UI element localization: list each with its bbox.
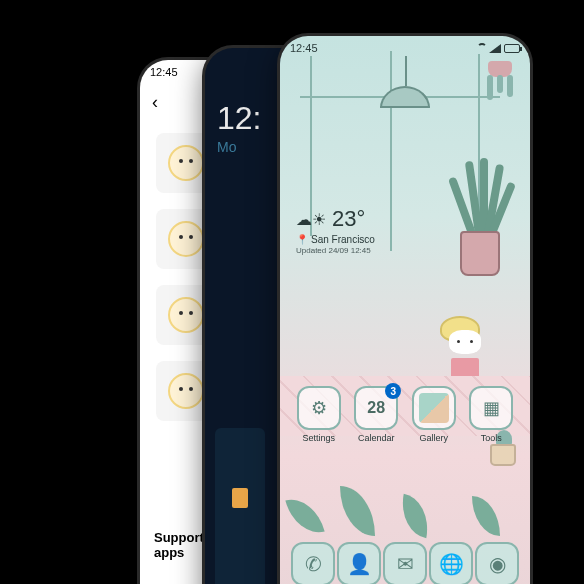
app-gallery[interactable]: Gallery [412, 386, 456, 443]
weather-widget[interactable]: ☁☀ 23° 📍 San Francisco Updated 24/09 12:… [296, 206, 375, 255]
wallpaper-greenhouse [280, 36, 530, 584]
dock-phone[interactable]: ✆ [291, 542, 335, 584]
app-label: Gallery [419, 433, 448, 443]
support-apps-label: Support apps [154, 530, 204, 560]
camera-icon: ◉ [489, 552, 506, 576]
globe-icon: 🌐 [439, 552, 464, 576]
lamp-illustration [380, 86, 430, 116]
wifi-icon [474, 43, 486, 53]
building-illustration [215, 428, 265, 584]
character-reading [440, 316, 490, 376]
signal-icon [489, 44, 501, 53]
hanging-plant [485, 61, 515, 101]
app-row: ⚙ Settings 28 3 Calendar Gallery ▦ Tools [280, 386, 530, 443]
status-icons [474, 43, 520, 53]
notification-badge: 3 [385, 383, 401, 399]
phone-icon: ✆ [305, 552, 322, 576]
status-time: 12:45 [150, 66, 178, 78]
app-tools[interactable]: ▦ Tools [469, 386, 513, 443]
app-settings[interactable]: ⚙ Settings [297, 386, 341, 443]
status-bar: 12:45 [280, 36, 530, 60]
status-time: 12:45 [290, 42, 318, 54]
gallery-icon [419, 393, 449, 423]
weather-icon: ☁☀ [296, 210, 326, 229]
person-icon: 👤 [347, 552, 372, 576]
app-label: Tools [481, 433, 502, 443]
bottom-plants [280, 476, 530, 536]
dock-messages[interactable]: ✉ [383, 542, 427, 584]
app-calendar[interactable]: 28 3 Calendar [354, 386, 398, 443]
app-label: Settings [302, 433, 335, 443]
calendar-date: 28 [367, 399, 385, 417]
window-light [232, 488, 248, 508]
battery-icon [504, 44, 520, 53]
temperature: 23° [332, 206, 365, 232]
message-icon: ✉ [397, 552, 414, 576]
folder-icon: ▦ [483, 397, 500, 419]
dock-camera[interactable]: ◉ [475, 542, 519, 584]
back-icon[interactable]: ‹ [152, 92, 158, 113]
app-label: Calendar [358, 433, 395, 443]
dock-contacts[interactable]: 👤 [337, 542, 381, 584]
dock-browser[interactable]: 🌐 [429, 542, 473, 584]
weather-location: San Francisco [311, 234, 375, 245]
dock: ✆ 👤 ✉ 🌐 ◉ [280, 542, 530, 584]
weather-updated: Updated 24/09 12:45 [296, 246, 375, 255]
phone-screen-home: 12:45 ☁☀ 23° 📍 San Francisco Updated 24/… [280, 36, 530, 584]
plant-large [450, 156, 510, 276]
gear-icon: ⚙ [311, 397, 327, 419]
location-pin-icon: 📍 [296, 234, 308, 245]
